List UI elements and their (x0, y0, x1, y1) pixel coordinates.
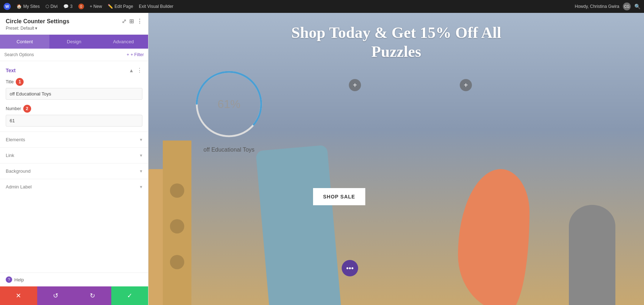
filter-button[interactable]: + + Filter (127, 52, 144, 57)
text-section-header: Text ▲ ⋮ (0, 61, 148, 78)
elements-section-title: Elements (6, 137, 25, 142)
help-label: Help (14, 277, 24, 282)
toy-shape-grey (569, 205, 615, 305)
number-label: Number (6, 106, 21, 111)
page-preview: Shop Today & Get 15% Off All Puzzles (148, 13, 644, 305)
link-section-title: Link (6, 153, 14, 158)
page-background: Shop Today & Get 15% Off All Puzzles (148, 13, 644, 305)
title-badge: 1 (16, 78, 24, 86)
number-badge: 2 (23, 105, 31, 113)
admin-label-chevron-icon: ▾ (140, 184, 142, 190)
title-field-group: Title 1 (0, 78, 148, 105)
preset-chevron-icon: ▾ (35, 26, 37, 31)
redo-button[interactable]: ↻ (74, 286, 111, 305)
wordpress-icon[interactable]: W (4, 3, 11, 10)
text-section-collapse-icon[interactable]: ▲ (129, 68, 134, 73)
save-button[interactable]: ✓ (111, 286, 148, 305)
divi-icon: ⬡ (45, 4, 49, 9)
comments-menu[interactable]: 💬 3 (63, 4, 73, 9)
admin-bar-right: Howdy, Christina Gwira CG 🔍 (575, 3, 640, 10)
text-section-title: Text (6, 68, 16, 73)
panel-header: Circle Counter Settings ⤢ ⊞ ⋮ Preset: De… (0, 13, 148, 35)
help-bar: ? Help (0, 272, 148, 286)
action-buttons: ✕ ↺ ↻ ✓ (0, 286, 148, 305)
admin-label-section: Admin Label ▾ (0, 179, 148, 195)
number-field-group: Number 2 (0, 105, 148, 132)
circle-label: off Educational Toys (204, 147, 255, 153)
settings-panel: Circle Counter Settings ⤢ ⊞ ⋮ Preset: De… (0, 13, 148, 305)
floating-action-button[interactable]: ••• (342, 260, 358, 276)
undo-icon: ↺ (53, 292, 58, 300)
link-chevron-icon: ▾ (140, 153, 142, 158)
my-sites-menu[interactable]: 🏠 My Sites (16, 4, 40, 9)
toy-shape-block-2 (163, 141, 191, 305)
edit-page-button[interactable]: ✏️ Edit Page (108, 4, 133, 9)
title-input[interactable] (6, 88, 142, 100)
preset-selector[interactable]: Preset: Default ▾ (6, 26, 142, 31)
background-section-title: Background (6, 168, 30, 174)
shop-sale-button[interactable]: SHOP SALE (313, 188, 365, 205)
admin-label-section-header[interactable]: Admin Label ▾ (0, 179, 148, 195)
link-section-header[interactable]: Link ▾ (0, 148, 148, 163)
comment-count-badge: 0 (78, 4, 84, 9)
panel-tabs: Content Design Advanced (0, 35, 148, 49)
panel-content: Text ▲ ⋮ Title 1 Number 2 (0, 61, 148, 272)
search-input[interactable] (4, 52, 124, 57)
add-content-button-1[interactable]: + (349, 79, 361, 91)
page-heading: Shop Today & Get 15% Off All Puzzles (148, 24, 644, 62)
elements-section: Elements ▾ (0, 132, 148, 147)
user-greeting: Howdy, Christina Gwira (575, 4, 619, 9)
admin-bar: W 🏠 My Sites ⬡ Divi 💬 3 0 + New ✏️ Edit … (0, 0, 644, 13)
tab-design[interactable]: Design (49, 35, 99, 49)
redo-icon: ↻ (90, 292, 95, 300)
tab-advanced[interactable]: Advanced (99, 35, 148, 49)
background-chevron-icon: ▾ (140, 168, 142, 174)
add-content-button-2[interactable]: + (460, 79, 472, 91)
background-section-header[interactable]: Background ▾ (0, 163, 148, 179)
circle-counter-widget: 61% off Educational Toys (191, 67, 267, 153)
checkmark-icon: ✓ (127, 292, 132, 300)
elements-chevron-icon: ▾ (140, 137, 142, 142)
comment-badge[interactable]: 0 (78, 4, 84, 9)
number-input[interactable] (6, 115, 142, 127)
cancel-button[interactable]: ✕ (0, 286, 37, 305)
pencil-icon: ✏️ (108, 4, 113, 9)
search-icon[interactable]: 🔍 (634, 4, 640, 9)
elements-section-header[interactable]: Elements ▾ (0, 132, 148, 147)
comment-icon: 💬 (63, 4, 69, 9)
undo-button[interactable]: ↺ (37, 286, 74, 305)
avatar[interactable]: CG (623, 3, 631, 10)
search-bar: + + Filter (0, 49, 148, 61)
title-label: Title (6, 79, 14, 84)
link-section: Link ▾ (0, 147, 148, 163)
toy-shape-orange (458, 169, 530, 305)
sites-icon: 🏠 (16, 4, 22, 9)
new-content-menu[interactable]: + New (90, 4, 102, 9)
panel-bottom: ? Help ✕ ↺ ↻ ✓ (0, 272, 148, 305)
filter-icon: + (127, 52, 129, 57)
panel-title: Circle Counter Settings (6, 18, 69, 25)
circle-value: 61% (218, 98, 240, 111)
tab-content[interactable]: Content (0, 35, 49, 49)
text-section-more-icon[interactable]: ⋮ (137, 67, 142, 74)
toy-background-shapes (148, 155, 644, 305)
divi-menu[interactable]: ⬡ Divi (45, 4, 58, 9)
dots-icon: ••• (346, 264, 353, 272)
background-section: Background ▾ (0, 163, 148, 179)
toy-shape-wrench (255, 145, 342, 305)
admin-label-section-title: Admin Label (6, 184, 31, 190)
help-icon[interactable]: ? (6, 276, 12, 283)
exit-builder-button[interactable]: Exit Visual Builder (139, 4, 174, 9)
resize-icon[interactable]: ⤢ (122, 18, 126, 25)
columns-icon[interactable]: ⊞ (129, 18, 134, 25)
more-options-icon[interactable]: ⋮ (137, 18, 142, 25)
